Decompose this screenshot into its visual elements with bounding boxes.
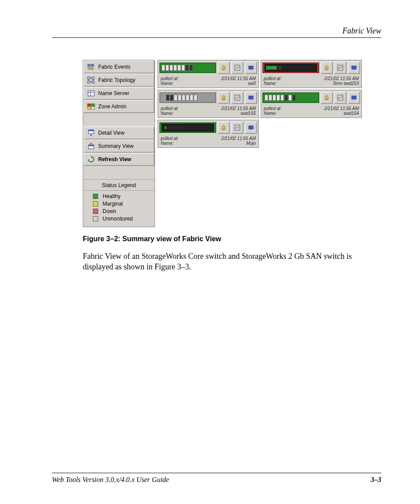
sidebar-item-label: Fabric Events: [98, 64, 130, 70]
sidebar-item-label: Refresh View: [98, 156, 131, 162]
page-header: Fabric View: [52, 26, 381, 38]
switch-name-value: Term swd253: [332, 81, 359, 86]
svg-rect-17: [88, 107, 91, 109]
sidebar-item-label: Name Server: [98, 90, 129, 96]
footer-page-number: 3–3: [371, 476, 381, 484]
polled-at-value: 2/21/02 11:55 AM: [221, 106, 256, 111]
switch-device-graphic: [159, 92, 216, 103]
polled-at-label: polled at:: [264, 106, 282, 111]
fabric-topology-button[interactable]: Fabric Topology: [83, 74, 155, 87]
sidebar-item-label: Fabric Topology: [98, 77, 136, 83]
svg-rect-6: [88, 81, 90, 83]
admin-button[interactable]: [245, 92, 257, 104]
svg-rect-33: [249, 96, 253, 99]
switch-name-value: swd155: [241, 111, 256, 116]
name-label: Name:: [161, 111, 179, 116]
fabric-view-sidebar: Fabric Events Fabric Topology Name Serve…: [83, 60, 155, 227]
svg-point-31: [223, 99, 224, 100]
svg-point-35: [326, 99, 327, 100]
figure-caption: Figure 3–2: Summary view of Fabric View: [83, 235, 381, 243]
legend-label: Marginal: [103, 201, 123, 207]
sidebar-item-label: Summary View: [98, 143, 133, 149]
svg-point-23: [223, 70, 224, 70]
switch-device-graphic: [262, 92, 319, 103]
figure-fabric-view-summary: Fabric Events Fabric Topology Name Serve…: [83, 60, 381, 227]
svg-point-39: [223, 129, 224, 130]
admin-button[interactable]: [245, 121, 257, 134]
name-label: Name:: [161, 81, 179, 86]
admin-button[interactable]: [348, 92, 360, 104]
svg-rect-34: [250, 99, 252, 100]
polled-at-label: polled at:: [264, 76, 282, 81]
chart-button[interactable]: [231, 121, 243, 134]
svg-rect-22: [88, 145, 94, 146]
switch-card-sw0[interactable]: polled at: Name: 2/21/02 11:55 AM sw0: [158, 60, 259, 88]
svg-rect-4: [88, 77, 90, 79]
svg-rect-30: [353, 69, 355, 70]
svg-rect-16: [92, 104, 95, 106]
name-server-icon: [87, 90, 96, 97]
switch-device-graphic: [159, 63, 216, 73]
chart-button[interactable]: [231, 92, 243, 104]
svg-rect-20: [88, 130, 94, 131]
alerts-button[interactable]: [217, 92, 230, 104]
name-label: Name:: [264, 81, 282, 86]
alerts-button[interactable]: [321, 62, 333, 74]
detail-view-button[interactable]: Detail View: [83, 126, 155, 140]
svg-rect-41: [249, 126, 253, 129]
svg-rect-7: [92, 81, 94, 83]
status-legend: Healthy Marginal Down Unmonitored: [83, 191, 155, 227]
refresh-view-button[interactable]: Refresh View: [83, 153, 155, 166]
summary-view-button[interactable]: Summary View: [83, 140, 155, 153]
switch-card-mojo[interactable]: ▮· · · · · · · · · · polled at: Name: 2/…: [158, 120, 259, 148]
body-paragraph: Fabric View of an StorageWorks Core swit…: [83, 251, 381, 272]
switch-device-graphic: ▯▯: [262, 63, 319, 73]
polled-at-label: polled at:: [161, 76, 179, 81]
legend-label: Down: [103, 208, 116, 214]
chart-button[interactable]: [231, 62, 243, 74]
polled-at-value: 2/21/02 11:55 AM: [221, 136, 256, 141]
alerts-button[interactable]: [321, 92, 333, 104]
summary-view-icon: [87, 143, 96, 150]
chart-button[interactable]: [334, 92, 346, 104]
svg-rect-1: [91, 67, 93, 70]
admin-button[interactable]: [245, 62, 257, 74]
polled-at-value: 2/21/02 11:55 AM: [324, 76, 359, 81]
svg-rect-0: [88, 67, 90, 70]
legend-swatch-marginal: [93, 201, 98, 206]
svg-rect-2: [88, 64, 90, 66]
refresh-icon: [87, 156, 96, 163]
svg-rect-37: [352, 96, 356, 99]
svg-rect-42: [250, 129, 252, 130]
zone-admin-button[interactable]: Zone Admin: [83, 100, 155, 113]
footer-left: Web Tools Version 3.0.x/4.0.x User Guide: [52, 476, 169, 484]
svg-rect-25: [249, 66, 253, 69]
switch-name-value: swd154: [344, 111, 359, 116]
svg-rect-29: [352, 66, 356, 69]
fabric-events-icon: [87, 63, 96, 70]
switch-card-swd154[interactable]: polled at: Name: 2/21/02 11:55 AM swd154: [261, 90, 362, 118]
svg-rect-18: [92, 107, 95, 109]
switch-device-graphic: ▮· · · · · · · · · ·: [159, 122, 216, 133]
polled-at-value: 2/21/02 11:55 AM: [221, 76, 256, 81]
svg-point-27: [326, 70, 327, 70]
header-title: Fabric View: [343, 26, 381, 35]
switch-name-value: Mojo: [246, 141, 256, 146]
sidebar-item-label: Zone Admin: [98, 103, 126, 110]
admin-button[interactable]: [348, 62, 360, 74]
svg-rect-5: [92, 77, 94, 79]
legend-unmonitored: Unmonitored: [93, 215, 155, 222]
legend-healthy: Healthy: [93, 192, 155, 200]
name-server-button[interactable]: Name Server: [83, 87, 155, 100]
legend-marginal: Marginal: [93, 200, 155, 207]
fabric-events-button[interactable]: Fabric Events: [83, 60, 155, 74]
legend-label: Healthy: [103, 193, 121, 199]
sidebar-spacer: [83, 113, 155, 126]
fabric-topology-icon: [87, 77, 96, 84]
alerts-button[interactable]: [217, 121, 230, 134]
alerts-button[interactable]: [217, 62, 230, 74]
chart-button[interactable]: [334, 62, 346, 74]
switch-card-term-swd253[interactable]: ▯▯ polled at: Name: 2/21/02 11:55 AM: [261, 60, 362, 88]
detail-view-icon: [87, 129, 96, 136]
switch-card-swd155[interactable]: polled at: Name: 2/21/02 11:55 AM swd155: [158, 90, 259, 118]
